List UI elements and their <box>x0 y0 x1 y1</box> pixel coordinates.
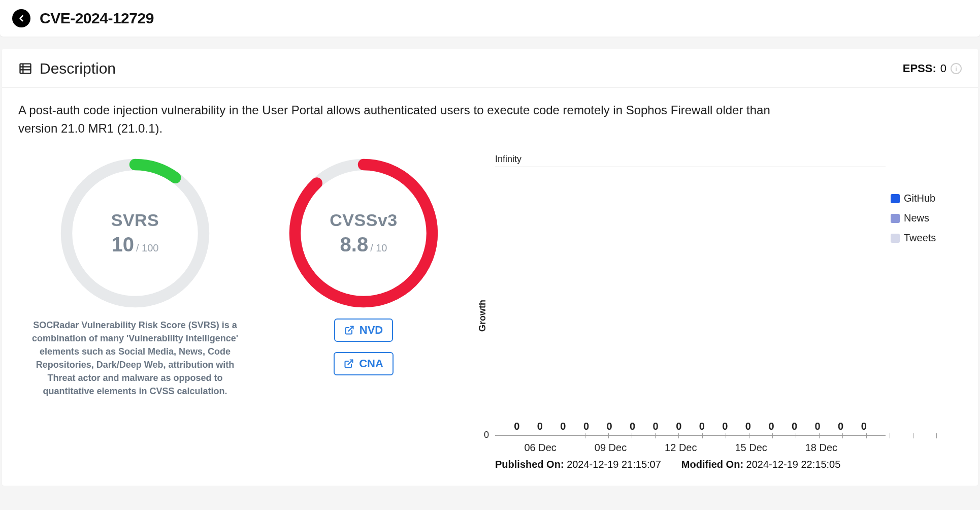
cvss-panel: CVSSv3 8.8 / 10 NVD CNA <box>272 152 455 480</box>
svrs-label: SVRS <box>111 210 159 230</box>
svg-line-8 <box>348 327 353 331</box>
cve-meta: Published On: 2024-12-19 21:15:07 Modifi… <box>495 454 886 480</box>
card-header: Description EPSS: 0 i <box>2 49 978 88</box>
cvss-max: / 10 <box>370 242 387 254</box>
chart-value: 0 <box>575 421 598 432</box>
chart-value: 0 <box>644 421 667 432</box>
chart-value: 0 <box>598 421 621 432</box>
arrow-left-icon <box>16 13 26 23</box>
svrs-value: 10 <box>112 233 135 256</box>
chart-x-tick <box>505 442 524 454</box>
chart-x-tick: 12 Dec <box>665 442 697 454</box>
published-value: 2024-12-19 21:15:07 <box>567 459 661 470</box>
legend-swatch <box>891 234 900 243</box>
chart-x-tick: 15 Dec <box>735 442 767 454</box>
chart-x-tick <box>646 442 665 454</box>
info-icon[interactable]: i <box>951 63 962 74</box>
svg-line-9 <box>348 360 352 365</box>
chart-x-tick <box>716 442 735 454</box>
chart-x-tick <box>697 442 715 454</box>
chart-value: 0 <box>713 421 737 432</box>
list-icon <box>18 61 32 76</box>
chart-value: 0 <box>783 421 806 432</box>
epss-label: EPSS: <box>903 62 936 75</box>
cvss-value: 8.8 <box>340 233 369 256</box>
description-card: Description EPSS: 0 i A post-auth code i… <box>2 49 978 486</box>
nvd-link-label: NVD <box>360 324 383 337</box>
chart-x-tick <box>837 442 856 454</box>
section-title: Description <box>40 60 116 77</box>
chart-value: 0 <box>551 421 575 432</box>
cvss-gauge: CVSSv3 8.8 / 10 <box>287 157 440 309</box>
chart-x-tick <box>767 442 786 454</box>
chart-x-ticks: 06 Dec09 Dec12 Dec15 Dec18 Dec <box>495 436 886 454</box>
cna-link-button[interactable]: CNA <box>334 352 394 375</box>
legend-label: News <box>904 212 929 224</box>
svg-rect-0 <box>20 64 31 74</box>
nvd-link-button[interactable]: NVD <box>334 318 393 342</box>
chart-x-tick <box>557 442 575 454</box>
legend-item[interactable]: Tweets <box>891 232 962 244</box>
legend-swatch <box>891 214 900 223</box>
chart-x-tick <box>786 442 805 454</box>
description-text: A post-auth code injection vulnerability… <box>18 101 780 138</box>
growth-chart: Growth Infinity 0 0000000000000000 06 De… <box>475 152 962 480</box>
chart-x-tick: 09 Dec <box>595 442 627 454</box>
modified-label: Modified On: <box>681 459 743 470</box>
svrs-gauge: SVRS 10 / 100 <box>59 157 211 309</box>
chart-y-top: Infinity <box>495 154 886 165</box>
chart-x-tick <box>575 442 594 454</box>
chart-legend: GitHubNewsTweets <box>891 152 962 480</box>
chart-value: 0 <box>529 421 552 432</box>
external-link-icon <box>344 325 354 335</box>
legend-label: GitHub <box>904 193 935 204</box>
chart-x-tick: 06 Dec <box>524 442 556 454</box>
legend-item[interactable]: GitHub <box>891 193 962 204</box>
chart-value: 0 <box>691 421 714 432</box>
epss-score: EPSS: 0 i <box>903 62 962 75</box>
chart-value: 0 <box>505 421 529 432</box>
legend-swatch <box>891 194 900 203</box>
svrs-note: SOCRadar Vulnerability Risk Score (SVRS)… <box>23 318 247 398</box>
back-button[interactable] <box>12 9 30 27</box>
cvss-label: CVSSv3 <box>330 210 397 230</box>
chart-x-tick <box>857 442 875 454</box>
chart-value: 0 <box>737 421 760 432</box>
page-title: CVE-2024-12729 <box>40 10 154 27</box>
top-bar: CVE-2024-12729 <box>0 0 980 37</box>
chart-x-tick: 18 Dec <box>805 442 837 454</box>
chart-value: 0 <box>621 421 644 432</box>
chart-value: 0 <box>852 421 875 432</box>
published-label: Published On: <box>495 459 564 470</box>
chart-value: 0 <box>760 421 783 432</box>
epss-value: 0 <box>940 62 946 75</box>
cna-link-label: CNA <box>359 357 383 370</box>
svrs-panel: SVRS 10 / 100 SOCRadar Vulnerability Ris… <box>18 152 252 480</box>
chart-value: 0 <box>829 421 853 432</box>
chart-y-origin: 0 <box>484 430 489 440</box>
legend-item[interactable]: News <box>891 212 962 224</box>
external-link-icon <box>344 359 354 369</box>
chart-value: 0 <box>667 421 691 432</box>
chart-value: 0 <box>806 421 829 432</box>
svrs-max: / 100 <box>136 242 158 254</box>
modified-value: 2024-12-19 22:15:05 <box>746 459 841 470</box>
legend-label: Tweets <box>904 232 936 244</box>
chart-x-tick <box>627 442 645 454</box>
